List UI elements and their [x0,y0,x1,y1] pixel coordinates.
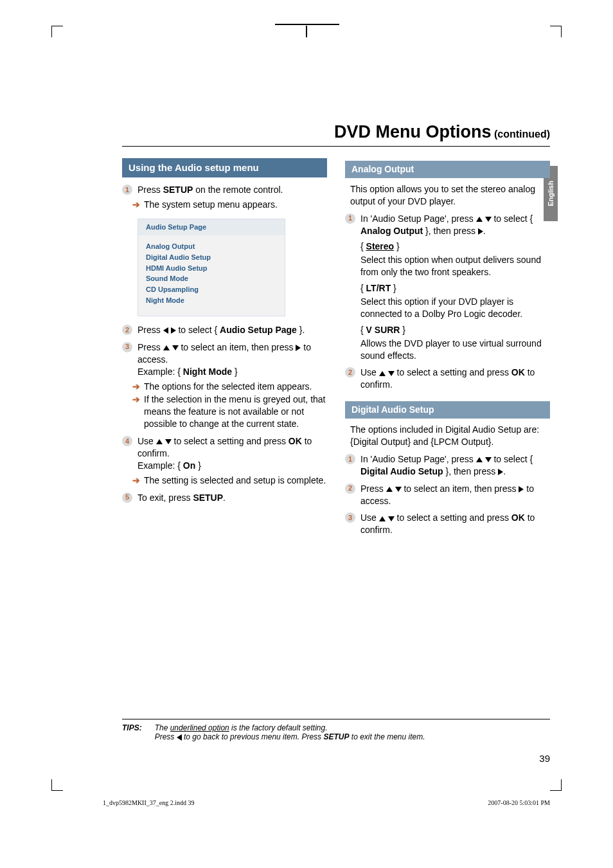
arrow-icon: ➔ [132,199,140,211]
left-icon [177,734,182,741]
digital-intro: The options included in Digital Audio Se… [350,424,550,448]
text: to select a setting and press [395,512,511,523]
up-icon [156,439,163,444]
text: On [183,460,195,471]
text: In 'Audio Setup Page', press [360,213,476,224]
analog-step-2: 2 Use to select a setting and press OK t… [345,366,550,391]
step-number-icon: 3 [122,342,132,352]
page-title: DVD Menu Options [334,122,492,141]
text: The setting is selected and setup is com… [144,475,326,487]
up-icon [386,487,393,492]
up-icon [163,345,170,350]
text: to select { [492,454,533,464]
step-number-icon: 1 [345,213,355,224]
analog-output-bar: Analog Output [345,161,550,178]
menu-item: Digital Audio Setup [146,253,277,262]
step-1-result: ➔ The system setup menu appears. [132,199,327,211]
audio-setup-menu: Audio Setup Page Analog Output Digital A… [138,219,285,316]
step-number-icon: 1 [345,454,355,464]
step-3-result-2: ➔ If the selection in the menu is greyed… [132,393,327,430]
text: to select an item, then press [402,484,519,494]
text: To exit, press [138,493,193,503]
text: on the remote control. [193,185,283,195]
footer-left: 1_dvp5982MKII_37_eng 2.indd 39 [103,799,195,806]
text: LT/RT [366,283,391,293]
tips-label: TIPS: [122,723,142,741]
page-title-wrap: DVD Menu Options (continued) [122,122,550,147]
up-icon [476,457,483,462]
right-icon [498,469,503,475]
text: If the selection in the menu is greyed o… [144,393,327,430]
text: to select { [176,325,220,335]
step-3: 3 Press to select an item, then press to… [122,341,327,378]
left-icon [163,327,168,334]
option-vsurr: { V SURR } [360,324,550,336]
setup-key: SETUP [193,493,223,503]
text: to select a setting and press [395,367,511,377]
text: V SURR [366,325,400,335]
menu-items: Analog Output Digital Audio Setup HDMI A… [138,235,285,316]
tips-body: The underlined option is the factory def… [155,723,425,741]
text: . [223,493,226,503]
menu-item: Sound Mode [146,274,277,284]
step-4-result: ➔ The setting is selected and setup is c… [132,475,327,487]
text: }, then press [423,226,478,236]
option-ltrt: { LT/RT } [360,282,550,294]
text: OK [511,512,525,523]
text: Example: { [138,460,183,471]
analog-intro: This option allows you to set the stereo… [350,183,550,208]
step-number-icon: 2 [122,325,132,335]
text: Press [138,342,163,352]
text: Analog Output [360,226,423,236]
text: Use [360,367,379,377]
step-5: 5 To exit, press SETUP. [122,492,327,504]
page-content: DVD Menu Options (continued) Using the A… [122,122,550,764]
text: Press [155,732,177,741]
text: to select a setting and press [172,436,289,446]
menu-item: Night Mode [146,296,277,305]
digital-step-1: 1 In 'Audio Setup Page', press to select… [345,453,550,478]
text: Example: { [138,366,183,377]
digital-audio-bar: Digital Audio Setup [345,401,550,419]
down-icon [485,457,492,462]
section-using-audio-setup: Using the Audio setup menu [122,158,327,177]
arrow-icon: ➔ [132,393,140,430]
text: . [503,466,506,476]
text: to go back to previous menu item. Press [182,732,324,741]
step-number-icon: 4 [122,436,132,446]
step-3-result-1: ➔ The options for the selected item appe… [132,381,327,393]
text: The options for the selected item appear… [144,381,312,393]
footer-right: 2007-08-20 5:03:01 PM [488,799,550,806]
text: Select this option when output delivers … [360,254,550,278]
up-icon [379,371,386,376]
text: Audio Setup Page [220,325,297,335]
down-icon [388,371,395,376]
digital-step-3: 3 Use to select a setting and press OK t… [345,512,550,536]
page-number: 39 [122,753,550,764]
print-footer: 1_dvp5982MKII_37_eng 2.indd 39 2007-08-2… [103,799,550,806]
step-number-icon: 5 [122,493,132,503]
arrow-icon: ➔ [132,381,140,393]
text: }. [297,325,305,335]
text: OK [511,367,525,377]
step-2: 2 Press to select { Audio Setup Page }. [122,324,327,336]
step-number-icon: 1 [122,185,132,195]
down-icon [165,439,172,444]
text: Digital Audio Setup [360,466,443,476]
setup-key: SETUP [163,185,193,195]
down-icon [388,516,395,521]
menu-title: Audio Setup Page [138,219,285,235]
text: Allows the DVD player to use virtual sur… [360,338,550,362]
menu-item: HDMI Audio Setup [146,264,277,273]
up-icon [476,217,483,222]
text: Press [138,185,163,195]
right-column: Analog Output This option allows you to … [345,158,550,539]
text: }, then press [443,466,499,476]
text: SETUP [323,732,349,741]
text: } [232,366,238,377]
menu-item: CD Upsampling [146,285,277,294]
digital-step-2: 2 Press to select an item, then press to… [345,483,550,507]
text: is the factory default setting. [229,723,328,732]
down-icon [172,345,179,350]
text: . [483,226,486,236]
